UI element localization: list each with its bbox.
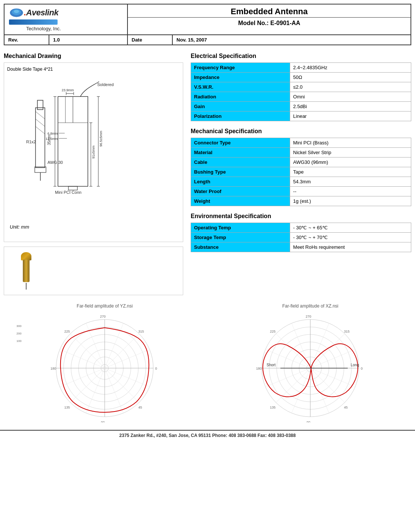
value-cell: 2.5dBi	[290, 102, 411, 111]
double-side-tape-label: Double Side Tape 4*21	[7, 67, 53, 72]
value-cell: Nickel Silver Strip	[290, 148, 411, 158]
svg-text:R1x2: R1x2	[26, 140, 36, 144]
svg-text:180: 180	[256, 367, 262, 370]
value-cell: Tape	[290, 167, 411, 177]
param-cell: Gain	[191, 102, 290, 111]
footer: 2375 Zanker Rd., #240, San Jose, CA 9513…	[0, 430, 415, 440]
table-row: Impedance50Ω	[191, 73, 411, 82]
table-row: Connector TypeMini PCI (Brass)	[191, 138, 411, 148]
svg-text:315: 315	[344, 330, 350, 333]
company-subtitle: Technology, Inc.	[26, 26, 61, 31]
param-cell: Frequency Range	[191, 63, 290, 73]
svg-text:180: 180	[50, 367, 56, 370]
svg-rect-4	[37, 100, 43, 110]
table-row: CableAWG30 (96mm)	[191, 158, 411, 167]
svg-text:45: 45	[138, 406, 142, 409]
rev-value: 1.0	[49, 35, 128, 45]
xz-chart-title: Far-field amplitude of XZ.nsi	[282, 303, 338, 309]
document-header: .Aveslink Technology, Inc. Embedded Ante…	[4, 4, 411, 45]
electrical-spec-title: Electrical Specification	[191, 53, 411, 59]
yz-chart-title: Far-field amplitude of YZ.nsi	[77, 303, 133, 309]
yz-chart-svg: 270 90 0 180 315 225 45 135 300 200 100	[15, 310, 194, 422]
value-cell: - 30℃ ~ + 65℃	[290, 223, 411, 233]
table-row: SubstanceMeet RoHs requirement	[191, 242, 411, 252]
svg-rect-37	[68, 186, 77, 190]
table-row: Operating Temp- 30℃ ~ + 65℃	[191, 223, 411, 233]
svg-text:225: 225	[64, 330, 70, 333]
table-row: RadiationOmni	[191, 92, 411, 102]
svg-text:225: 225	[270, 330, 276, 333]
svg-text:91±5mm: 91±5mm	[92, 146, 95, 159]
svg-line-5	[36, 111, 45, 119]
table-row: Length54.3mm	[191, 177, 411, 187]
main-content: Mechanical Drawing Double Side Tape 4*21…	[4, 53, 411, 300]
mechanical-drawing-svg: R1x2 Soldered	[13, 67, 174, 227]
param-cell: Length	[191, 177, 290, 187]
antenna-head	[21, 252, 31, 260]
table-row: Gain2.5dBi	[191, 102, 411, 111]
param-cell: Connector Type	[191, 138, 290, 148]
svg-text:90: 90	[307, 421, 310, 422]
svg-text:0: 0	[361, 367, 363, 370]
svg-text:270: 270	[100, 315, 105, 318]
value-cell: Linear	[290, 111, 411, 121]
param-cell: V.S.W.R.	[191, 82, 290, 92]
table-row: Frequency Range2.4~2.4835GHz	[191, 63, 411, 73]
svg-text:45: 45	[344, 406, 348, 409]
table-row: Water Proof--	[191, 187, 411, 196]
param-cell: Weight	[191, 196, 290, 206]
table-row: MaterialNickel Silver Strip	[191, 148, 411, 158]
logo-blue-bar	[9, 19, 58, 25]
header-top-row: .Aveslink Technology, Inc. Embedded Ante…	[4, 4, 411, 35]
date-value: Nov. 15, 2007	[173, 35, 411, 45]
table-row: Bushing TypeTape	[191, 167, 411, 177]
logo-top-row: .Aveslink	[9, 7, 61, 18]
svg-text:135: 135	[270, 406, 276, 409]
svg-rect-3	[36, 108, 45, 168]
value-cell: AWG30 (96mm)	[290, 158, 411, 167]
param-cell: Storage Temp	[191, 233, 290, 242]
header-title-cell: Embedded Antenna Model No.: E-0901-AA	[128, 4, 411, 34]
right-column: Electrical Specification Frequency Range…	[191, 53, 411, 300]
svg-text:AWG 30: AWG 30	[47, 160, 63, 165]
value-cell: 1g (est.)	[290, 196, 411, 206]
company-logo-cell: .Aveslink Technology, Inc.	[4, 4, 128, 34]
svg-text:96.5±5mm: 96.5±5mm	[99, 131, 103, 147]
date-label: Date	[128, 35, 173, 45]
electrical-spec-table: Frequency Range2.4~2.4835GHzImpedance50Ω…	[191, 62, 411, 121]
value-cell: - 30℃ ~ + 70℃	[290, 233, 411, 242]
table-row: Storage Temp- 30℃ ~ + 70℃	[191, 233, 411, 242]
xz-chart-svg: Short Long 270 90 0 180 315 225 45 135	[221, 310, 400, 422]
unit-label: Unit: mm	[10, 224, 29, 230]
svg-point-2	[14, 10, 19, 13]
svg-text:270: 270	[305, 315, 311, 318]
value-cell: Mini PCI (Brass)	[290, 138, 411, 148]
svg-text:135: 135	[64, 406, 70, 409]
yz-chart: Far-field amplitude of YZ.nsi	[4, 303, 206, 422]
value-cell: 2.4~2.4835GHz	[290, 63, 411, 73]
value-cell: ≤2.0	[290, 82, 411, 92]
svg-text:Soldered: Soldered	[97, 82, 114, 87]
mechanical-spec-table: Connector TypeMini PCI (Brass)MaterialNi…	[191, 138, 411, 206]
xz-chart: Far-field amplitude of XZ.nsi	[209, 303, 411, 422]
value-cell: --	[290, 187, 411, 196]
mechanical-drawing-box: Double Side Tape 4*21 R1x2	[4, 62, 183, 242]
param-cell: Bushing Type	[191, 167, 290, 177]
svg-text:315: 315	[138, 330, 144, 333]
mechanical-drawing-title: Mechanical Drawing	[4, 53, 183, 59]
param-cell: Cable	[191, 158, 290, 167]
svg-text:12.5mm: 12.5mm	[46, 137, 58, 141]
svg-text:Short: Short	[267, 363, 276, 367]
antenna-photo-box	[4, 247, 183, 295]
header-bottom-row: Rev. 1.0 Date Nov. 15, 2007	[4, 35, 411, 45]
svg-text:90: 90	[101, 421, 105, 422]
svg-text:Mini PCI Conn: Mini PCI Conn	[55, 190, 82, 195]
svg-line-6	[36, 119, 45, 126]
param-cell: Water Proof	[191, 187, 290, 196]
param-cell: Operating Temp	[191, 223, 290, 233]
value-cell: 50Ω	[290, 73, 411, 82]
svg-text:0: 0	[155, 367, 157, 370]
antenna-photo	[13, 252, 40, 290]
logo-red-dot: .	[24, 8, 26, 17]
product-name: Embedded Antenna	[128, 4, 411, 18]
